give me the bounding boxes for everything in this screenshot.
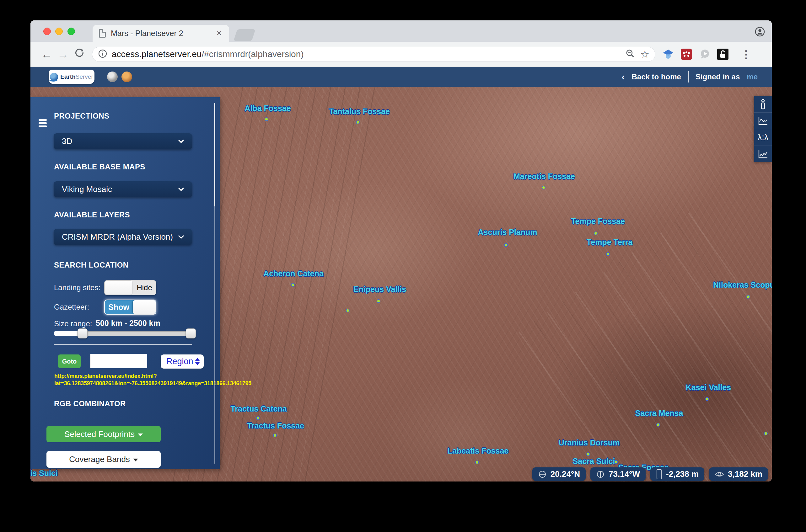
map-feature-dot [475,460,479,464]
slider-handle-max[interactable] [186,328,196,339]
app-navbar: EarthServer ‹ Back to home Signed in as … [31,67,772,87]
gazetteer-toggle[interactable]: Show [104,300,156,315]
tab-title: Mars - Planetsever 2 [111,29,215,38]
size-range-label: Size range: [54,319,92,328]
map-feature-dot [504,243,508,247]
longitude-value: 73.14°W [609,469,640,479]
map-feature-label: Tempe Terra [587,238,633,247]
coverage-bands-button[interactable]: Coverage Bands [47,451,161,468]
elevation-value: -2,238 m [666,469,699,479]
scholar-extension-icon[interactable] [662,48,674,60]
map-feature-label: Ascuris Planum [478,228,537,237]
chevron-down-icon [178,235,184,239]
profile-avatar-icon[interactable] [755,27,765,37]
map-feature-dot [356,120,360,124]
browser-toolbar: ← → access.planetserver.eu/#crismmrdr(al… [31,42,772,67]
goto-input[interactable] [90,354,147,368]
minimize-window-button[interactable] [55,27,63,35]
page-info-icon[interactable] [98,49,107,60]
extensions-area: ⋮ [662,48,751,60]
browser-tab[interactable]: Mars - Planetsever 2 × [93,25,229,42]
reload-icon[interactable] [71,48,88,61]
back-chevron-icon[interactable]: ‹ [622,72,625,82]
map-status-bar: 20.24°N 73.14°W -2,238 m 3,182 km [532,468,768,481]
landing-sites-label: Landing sites: [54,283,100,292]
latitude-chip: 20.24°N [532,468,586,481]
url-text: access.planetserver.eu/#crismmrdr(alphav… [112,49,625,59]
projection-select[interactable]: 3D [54,133,192,149]
spectrum-plot-tool-button[interactable] [754,112,772,129]
gazetteer-label: Gazetteer: [54,303,89,311]
url-host: access.planetserver.eu [112,49,202,59]
map-feature-dot [746,295,750,299]
map-viewport[interactable]: Alba FossaeTantalus FossaeMareotis Fossa… [31,87,772,481]
forward-icon[interactable]: → [55,48,71,61]
map-feature-label: Tempe Fossae [571,217,625,226]
size-range-slider[interactable] [54,331,192,336]
zoom-out-icon[interactable] [625,49,635,60]
url-path: /#crismmrdr(alphaversion) [202,49,304,59]
landing-sites-toggle[interactable]: Hide [104,280,156,295]
earthserver-logo[interactable]: EarthServer [49,70,94,84]
toggle-knob [105,281,133,295]
map-feature-label: Sacra Mensa [635,409,683,418]
basemaps-header: AVAILABLE BASE MAPS [54,163,145,171]
map-feature-label: is Sulci [31,469,58,478]
elevation-icon [656,469,662,480]
bookmark-star-icon[interactable]: ☆ [640,48,649,60]
url-bar[interactable]: access.planetserver.eu/#crismmrdr(alphav… [92,47,655,62]
basemap-select[interactable]: Viking Mosaic [54,181,192,197]
rgb-combinator-header: RGB COMBINATOR [54,399,126,408]
map-feature-dot [586,452,590,456]
valles-terrain-lines [518,206,772,481]
line-plot-tool-button[interactable] [754,146,772,162]
layer-select[interactable]: CRISM MRDR (Alpha Version) [54,229,192,245]
latitude-icon [538,470,547,479]
toggle-knob [133,300,156,314]
slider-handle-min[interactable] [77,328,88,339]
band-ratio-tool-button[interactable]: λ:λ [754,129,772,146]
map-feature-dot [273,434,277,437]
info-tool-button[interactable] [754,96,772,112]
chevron-down-icon [178,139,184,143]
region-select[interactable]: Region [161,355,204,368]
map-feature-label: Kasei Valles [686,383,731,392]
map-feature-label: Nilokeras Scopulus [713,281,772,289]
browser-menu-icon[interactable]: ⋮ [741,48,751,60]
view-distance-value: 3,182 km [728,469,763,479]
projections-header: PROJECTIONS [54,112,109,120]
longitude-icon [596,470,605,479]
map-feature-dot [377,299,380,303]
moon-planet-icon[interactable] [107,72,118,82]
select-arrows-icon [195,358,200,365]
signed-in-label: Signed in as [696,73,740,81]
page-icon [99,29,106,38]
lock-extension-icon[interactable] [717,48,729,60]
section-divider [54,344,192,345]
close-window-button[interactable] [43,27,51,35]
username-link[interactable]: me [747,73,758,81]
browser-window: Mars - Planetsever 2 × ← → access.planet… [31,20,772,481]
map-feature-dot [705,397,709,401]
elevation-chip: -2,238 m [650,468,704,481]
panel-scrollbar-thumb[interactable] [214,103,215,206]
goto-button[interactable]: Goto [58,355,81,368]
mendeley-extension-icon[interactable] [680,48,692,60]
map-feature-label: Sacra Sulci [573,457,615,466]
earthserver-wordmark: EarthServer [60,73,93,80]
back-to-home-link[interactable]: Back to home [632,73,681,81]
back-icon[interactable]: ← [39,48,55,61]
menu-hamburger-icon[interactable] [39,119,47,129]
mars-planet-icon[interactable] [122,72,132,82]
zoom-window-button[interactable] [68,27,75,35]
tab-close-icon[interactable]: × [215,28,223,38]
map-feature-label: Mareotis Fossae [513,172,575,181]
analysis-toolbar: λ:λ [754,96,772,162]
map-feature-label: Enipeus Vallis [353,285,406,294]
selected-footprints-button[interactable]: Selected Footprints [47,426,161,442]
view-distance-chip: 3,182 km [709,468,768,481]
chat-extension-icon[interactable] [699,48,711,60]
permalink-url[interactable]: http://mars.planetserver.eu/index.html? … [54,373,251,387]
map-feature-label: Tractus Fossae [247,421,304,430]
new-tab-button[interactable] [234,29,256,41]
